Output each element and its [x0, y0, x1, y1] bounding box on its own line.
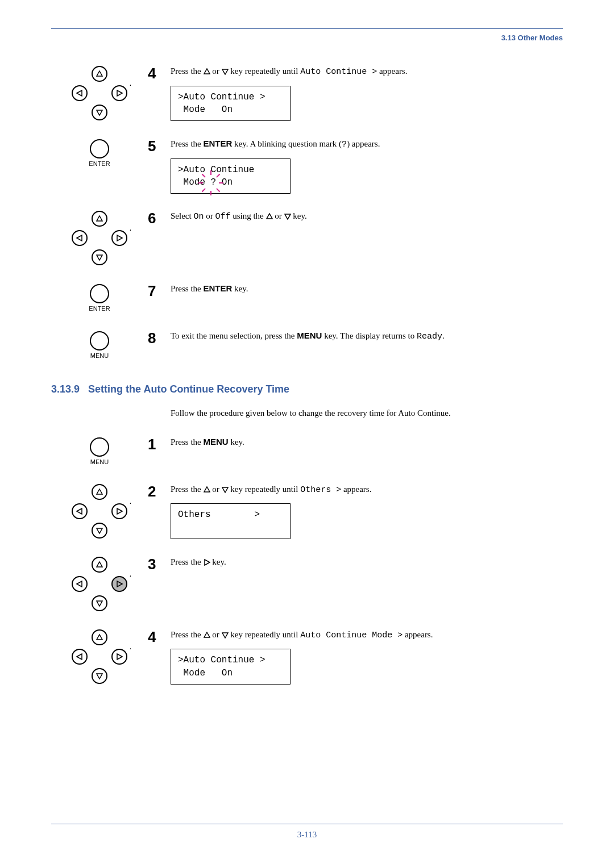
svg-marker-40 [222, 487, 228, 493]
enter-key-icon: ENTER [82, 282, 117, 314]
page-number: 3-113 [51, 830, 563, 840]
mono-text: On [193, 212, 204, 222]
svg-text:ENTER: ENTER [89, 160, 110, 167]
triangle-up-icon [204, 632, 210, 639]
dpad-icon: ? [68, 483, 131, 540]
section-title-text: Setting the Auto Continue Recovery Time [88, 383, 289, 395]
step-icon-cell: ? [51, 556, 148, 612]
svg-point-24 [90, 285, 109, 303]
svg-text:ENTER: ENTER [89, 305, 110, 312]
step-row: ?3Press the key. [51, 556, 563, 612]
step-text: Press the or key repeatedly until Auto C… [171, 65, 563, 121]
step-text: To exit the menu selection, press the ME… [171, 329, 563, 344]
svg-point-45 [72, 577, 87, 591]
svg-marker-22 [267, 214, 272, 219]
enter-key-icon: ENTER [82, 137, 117, 169]
key-name: MENU [297, 331, 322, 340]
menu-key-icon: MENU [82, 329, 117, 361]
step-text: Select On or Off using the or key. [171, 210, 563, 224]
svg-point-32 [92, 523, 107, 538]
step-row: ENTER5Press the ENTER key. A blinking qu… [51, 137, 563, 194]
triangle-down-icon [222, 632, 229, 639]
step-icon-cell: MENU [51, 436, 148, 467]
step-icon-cell: ? [51, 65, 148, 122]
svg-marker-60 [204, 632, 210, 637]
step-row: ?4Press the or key repeatedly until Auto… [51, 65, 563, 122]
svg-point-0 [92, 66, 107, 81]
step-number: 3 [148, 556, 171, 571]
svg-point-41 [92, 557, 107, 572]
step-text: Press the ENTER key. [171, 282, 563, 295]
triangle-up-icon [204, 486, 210, 493]
step-text: Press the MENU key. [171, 436, 563, 449]
lcd-display: >Auto Continue > Mode On [171, 86, 291, 122]
svg-point-17 [72, 231, 87, 245]
triangle-down-icon [222, 486, 229, 493]
svg-point-2 [92, 105, 107, 120]
mono-text: Auto Continue Mode > [300, 631, 403, 640]
svg-point-15 [92, 250, 107, 265]
triangle-down-icon [222, 68, 229, 75]
svg-point-51 [92, 630, 107, 645]
step-row: ENTER7 Press the ENTER key. [51, 282, 563, 314]
step-icon-cell: MENU [51, 329, 148, 361]
section-heading: 3.13.9 Setting the Auto Continue Recover… [51, 383, 563, 395]
mono-text: Ready [417, 332, 442, 341]
mono-text: Auto Continue > [300, 67, 377, 77]
key-name: ENTER [204, 283, 233, 293]
svg-text:MENU: MENU [90, 352, 109, 359]
step-icon-cell: ENTER [51, 282, 148, 314]
step-number: 8 [148, 329, 171, 345]
dpad-icon: ? [68, 210, 131, 266]
svg-point-43 [92, 596, 107, 611]
key-name: ENTER [204, 139, 233, 148]
svg-point-57 [112, 649, 127, 664]
triangle-right-icon [204, 559, 210, 566]
step-row: ?4Press the or key repeatedly until Auto… [51, 628, 563, 685]
svg-point-28 [90, 438, 109, 456]
step-row: ?2Press the or key repeatedly until Othe… [51, 483, 563, 540]
step-icon-cell: ENTER [51, 137, 148, 169]
mono-text: Off [215, 212, 230, 222]
step-number: 7 [148, 282, 171, 298]
step-icon-cell: ? [51, 210, 148, 266]
svg-marker-39 [204, 487, 210, 492]
step-number: 4 [148, 628, 171, 644]
svg-marker-23 [285, 214, 291, 219]
step-number: 4 [148, 65, 171, 81]
lcd-display: Others > [171, 503, 291, 539]
svg-text:MENU: MENU [90, 458, 109, 465]
section-number: 3.13.9 [51, 383, 80, 395]
key-name: MENU [204, 437, 229, 446]
step-text: Press the key. [171, 556, 563, 569]
svg-marker-9 [204, 69, 210, 74]
svg-point-13 [92, 211, 107, 226]
dpad-icon: ? [68, 556, 131, 612]
step-row: ?6Select On or Off using the or key. [51, 210, 563, 266]
step-row: MENU8To exit the menu selection, press t… [51, 329, 563, 361]
blinking-char: ? [211, 176, 217, 189]
steps-group-a: ?4Press the or key repeatedly until Auto… [51, 65, 563, 361]
menu-key-icon: MENU [82, 436, 117, 467]
svg-point-55 [72, 649, 87, 664]
step-number: 2 [148, 483, 171, 499]
triangle-down-icon [284, 213, 291, 220]
svg-marker-61 [222, 633, 228, 638]
svg-point-34 [72, 504, 87, 519]
step-number: 5 [148, 137, 171, 153]
mono-text: Others > [300, 485, 341, 495]
step-number: 6 [148, 210, 171, 226]
step-number: 1 [148, 436, 171, 452]
svg-point-53 [92, 669, 107, 683]
svg-point-26 [90, 332, 109, 350]
svg-point-4 [72, 86, 87, 101]
svg-marker-10 [222, 69, 228, 74]
svg-point-47 [112, 577, 127, 591]
steps-group-b: MENU1Press the MENU key.?2Press the or k… [51, 436, 563, 685]
svg-point-19 [112, 231, 127, 245]
svg-text:?: ? [130, 573, 131, 582]
dpad-icon: ? [68, 65, 131, 122]
svg-text:?: ? [130, 500, 131, 510]
lcd-display: >Auto Continue > Mode On [171, 649, 291, 685]
page: 3.13 Other Modes ?4Press the or key repe… [0, 0, 614, 868]
